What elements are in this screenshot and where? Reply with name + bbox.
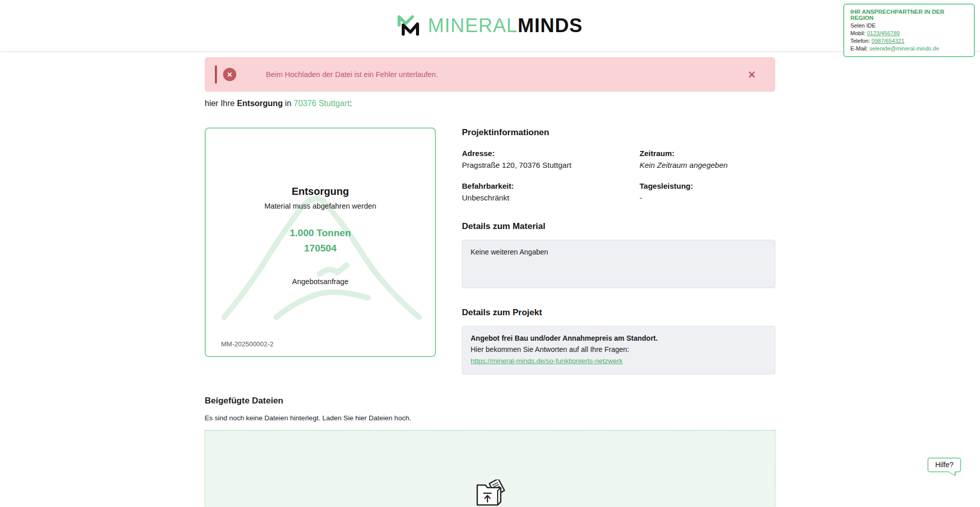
contact-mobile-line: Mobil: 0123/456789	[850, 30, 968, 36]
brand-name-secondary: MINDS	[518, 15, 582, 36]
contact-email-link[interactable]: selenide@mineral-minds.de	[869, 45, 939, 52]
error-icon: ✕	[223, 68, 236, 81]
project-details-link[interactable]: https://mineral-minds.de/so-funktioniert…	[471, 357, 623, 365]
contact-email-label: E-Mail:	[850, 45, 869, 52]
card-title: Entsorgung	[206, 186, 435, 197]
card-quantity: 1.000 Tonnen	[206, 227, 435, 239]
info-value: Unbeschränkt	[462, 193, 640, 202]
project-info-column: Projektinformationen Adresse: Pragstraße…	[462, 128, 775, 374]
card-request-type: Angebotsanfrage	[206, 277, 435, 286]
app-header: MINERALMINDS IHR ANSPRECHPARTNER IN DER …	[0, 0, 980, 51]
info-label: Tagesleistung:	[640, 182, 775, 190]
contact-name: Selen IDE	[850, 22, 968, 29]
project-info-title: Projektinformationen	[462, 128, 775, 138]
contact-mobile-link[interactable]: 0123/456789	[867, 30, 899, 36]
info-label: Befahrbarkeit:	[462, 182, 640, 190]
request-summary-card[interactable]: Entsorgung Material muss abgefahren werd…	[205, 128, 436, 357]
info-field-timeframe: Zeitraum: Kein Zeitraum angegeben	[640, 149, 775, 169]
material-details-content: Keine weiteren Angaben	[471, 248, 767, 256]
intro-suffix: :	[350, 99, 352, 108]
material-details-title: Details zum Material	[462, 221, 775, 232]
contact-title: IHR ANSPRECHPARTNER IN DER REGION	[850, 9, 968, 21]
info-label: Zeitraum:	[640, 149, 775, 158]
contact-phone-line: Telefon: 0987/654321	[850, 38, 968, 44]
alert-close-icon[interactable]: ✕	[748, 70, 756, 80]
intro-prefix: hier Ihre	[205, 99, 237, 108]
brand-logo[interactable]: MINERALMINDS	[397, 15, 582, 37]
info-value: Pragstraße 120, 70376 Stuttgart	[462, 161, 640, 169]
info-field-address: Adresse: Pragstraße 120, 70376 Stuttgart	[462, 149, 640, 169]
intro-middle: in	[283, 99, 293, 108]
alert-message: Beim Hochladen der Datei ist ein Fehler …	[266, 70, 438, 79]
main-content: ✕ Beim Hochladen der Datei ist ein Fehle…	[205, 57, 775, 507]
card-subtitle: Material muss abgefahren werden	[206, 202, 435, 210]
card-content: Entsorgung Material muss abgefahren werd…	[206, 129, 435, 286]
error-alert: ✕ Beim Hochladen der Datei ist ein Fehle…	[205, 57, 775, 92]
contact-card: IHR ANSPRECHPARTNER IN DER REGION Selen …	[843, 4, 975, 57]
info-field-accessibility: Befahrbarkeit: Unbeschränkt	[462, 182, 640, 202]
contact-phone-label: Telefon:	[850, 38, 872, 44]
project-info-grid: Adresse: Pragstraße 120, 70376 Stuttgart…	[462, 149, 775, 202]
contact-mobile-label: Mobil:	[850, 30, 867, 36]
file-dropzone[interactable]: Dateien hier ablegen	[205, 430, 775, 507]
project-details-text: Hier bekommen Sie Antworten auf all Ihre…	[471, 345, 767, 353]
info-value: Kein Zeitraum angegeben	[640, 161, 775, 169]
card-reference-number: MM-202500002-2	[221, 340, 274, 348]
mineralminds-logo-icon	[397, 15, 421, 36]
intro-type: Entsorgung	[237, 99, 283, 108]
contact-phone-link[interactable]: 0987/654321	[872, 38, 904, 44]
intro-location: 70376 Stuttgart	[293, 99, 349, 108]
info-value: -	[640, 193, 775, 202]
card-waste-code: 170504	[206, 243, 435, 254]
brand-name-primary: MINERAL	[428, 15, 518, 36]
attachments-empty-text: Es sind noch keine Dateien hinterlegt. L…	[205, 414, 775, 422]
material-details-box: Keine weiteren Angaben	[462, 240, 775, 288]
project-details-title: Details zum Projekt	[462, 308, 775, 318]
alert-accent-bar	[215, 65, 217, 84]
info-field-daily-output: Tagesleistung: -	[640, 182, 775, 202]
contact-email-line: E-Mail: selenide@mineral-minds.de	[850, 45, 968, 52]
project-details-highlight: Angebot frei Bau und/oder Annahmepreis a…	[471, 334, 767, 342]
project-details-box: Angebot frei Bau und/oder Annahmepreis a…	[462, 326, 775, 374]
material-details-section: Details zum Material Keine weiteren Anga…	[462, 221, 775, 288]
info-label: Adresse:	[462, 149, 640, 158]
brand-name: MINERALMINDS	[428, 15, 582, 37]
attachments-section: Beigefügte Dateien Es sind noch keine Da…	[205, 396, 775, 507]
intro-line: hier Ihre Entsorgung in 70376 Stuttgart:	[205, 99, 775, 108]
help-button[interactable]: Hilfe?	[927, 458, 961, 472]
attachments-title: Beigefügte Dateien	[205, 396, 775, 406]
project-details-section: Details zum Projekt Angebot frei Bau und…	[462, 308, 775, 374]
upload-folder-icon	[474, 479, 506, 507]
